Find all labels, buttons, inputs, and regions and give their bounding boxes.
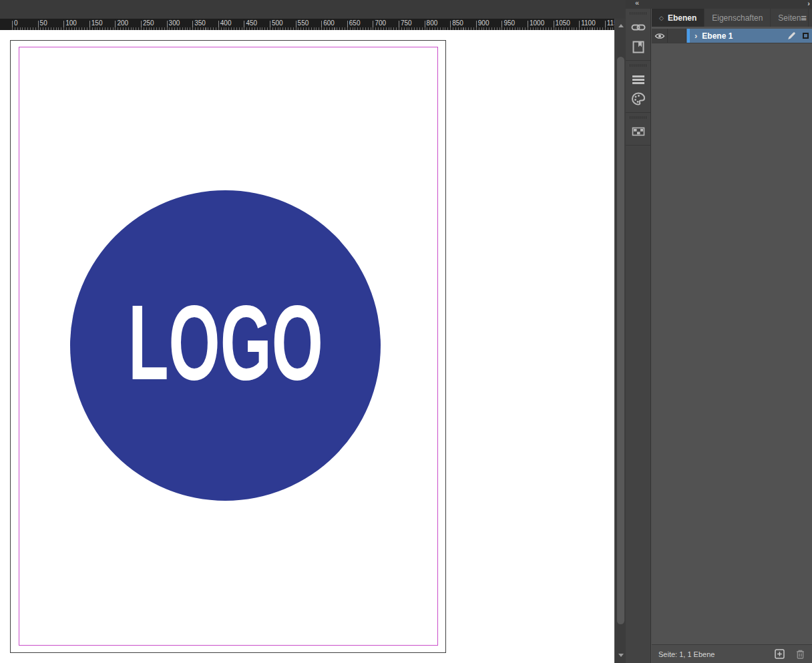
ruler-label: 900 xyxy=(478,19,489,27)
document-topbar xyxy=(0,0,626,19)
scroll-down-icon[interactable] xyxy=(615,650,626,660)
layer-selection-indicator[interactable] xyxy=(803,33,809,39)
ruler-label: 400 xyxy=(220,19,232,27)
vertical-scrollbar[interactable] xyxy=(614,19,626,663)
collapse-dock-icon[interactable]: « xyxy=(635,0,638,7)
layer-list: › Ebene 1 xyxy=(652,29,812,43)
tab-label: Seiten xyxy=(778,13,801,23)
tab-label: Eigenschaften xyxy=(712,13,763,23)
ruler-label: 200 xyxy=(117,19,128,27)
logo-text: LOGO xyxy=(128,282,323,402)
document-page[interactable]: LOGO xyxy=(10,40,446,653)
ruler-label: 750 xyxy=(401,19,412,27)
ruler-label: 500 xyxy=(272,19,283,27)
panel-group-3 xyxy=(626,113,650,146)
tab-ebenen[interactable]: ◇ Ebenen xyxy=(652,9,704,27)
scrollbar-thumb[interactable] xyxy=(617,57,624,624)
group-gripper[interactable] xyxy=(630,12,647,15)
new-layer-button[interactable] xyxy=(775,649,785,659)
ruler-label: 1050 xyxy=(556,19,570,27)
logo-graphic: LOGO xyxy=(70,190,381,501)
group-gripper[interactable] xyxy=(630,116,647,119)
ruler-label: 600 xyxy=(323,19,335,27)
panel-group-1 xyxy=(626,9,650,61)
ruler-label: 800 xyxy=(427,19,438,27)
cc-libraries-link-icon[interactable] xyxy=(628,17,648,37)
panel-dock: « › xyxy=(626,0,812,663)
ruler-label: 700 xyxy=(375,19,386,27)
layer-lock-toggle[interactable] xyxy=(668,29,686,43)
tab-eigenschaften[interactable]: Eigenschaften xyxy=(704,9,771,27)
panel-menu-icon[interactable]: ≡ xyxy=(801,13,807,23)
layer-name: Ebene 1 xyxy=(702,31,733,41)
panel-tabbar: ◇ Ebenen Eigenschaften Seiten ≡ xyxy=(652,9,812,27)
ruler-label: 650 xyxy=(349,19,361,27)
tab-cycle-icon: ◇ xyxy=(659,15,664,21)
layers-statusbar: Seite: 1, 1 Ebene xyxy=(652,644,812,663)
ruler-label: 150 xyxy=(91,19,103,27)
layer-name-cell[interactable]: › Ebene 1 xyxy=(686,29,812,43)
collapsed-panel-strip xyxy=(626,9,651,663)
swatches-icon[interactable] xyxy=(628,122,648,141)
ruler-label: 550 xyxy=(298,19,309,27)
ruler-label: 1100 xyxy=(581,19,596,27)
ruler-label: 1000 xyxy=(530,19,544,27)
pages-icon[interactable] xyxy=(628,37,648,56)
ruler-label: 350 xyxy=(194,19,206,27)
delete-layer-button[interactable] xyxy=(795,649,805,660)
layer-visibility-toggle[interactable] xyxy=(652,29,668,43)
ruler-label: 50 xyxy=(40,19,47,27)
indesign-app: 0501001502002503003504004505005506006507… xyxy=(0,0,812,663)
expand-dock-icon[interactable]: › xyxy=(807,0,810,7)
eye-icon xyxy=(654,32,665,40)
color-icon[interactable] xyxy=(628,89,648,108)
stroke-icon[interactable] xyxy=(628,69,648,89)
ruler-label: 100 xyxy=(65,19,77,27)
ruler-label: 450 xyxy=(246,19,257,27)
layers-panel: ◇ Ebenen Eigenschaften Seiten ≡ xyxy=(652,9,812,663)
selected-layer-accent xyxy=(687,29,690,43)
ruler-label: 250 xyxy=(143,19,154,27)
horizontal-ruler[interactable]: 0501001502002503003504004505005506006507… xyxy=(0,19,614,30)
layer-expand-icon[interactable]: › xyxy=(694,31,697,41)
group-gripper[interactable] xyxy=(630,64,647,67)
ruler-label: 0 xyxy=(14,19,18,27)
pasteboard[interactable]: LOGO xyxy=(0,30,614,663)
dock-header: « › xyxy=(626,0,812,9)
layer-row[interactable]: › Ebene 1 xyxy=(652,29,812,43)
page-layer-status: Seite: 1, 1 Ebene xyxy=(658,650,715,658)
ruler-label: 300 xyxy=(169,19,180,27)
ruler-label: 850 xyxy=(452,19,463,27)
ruler-label: 1150 xyxy=(607,19,614,27)
scroll-up-icon[interactable] xyxy=(615,20,626,31)
ruler-label: 950 xyxy=(503,19,515,27)
tab-label: Ebenen xyxy=(668,13,696,23)
panel-group-2 xyxy=(626,61,650,113)
logo-circle[interactable]: LOGO xyxy=(70,190,381,501)
layers-panel-body xyxy=(652,45,812,644)
active-layer-pen-icon xyxy=(787,31,797,41)
